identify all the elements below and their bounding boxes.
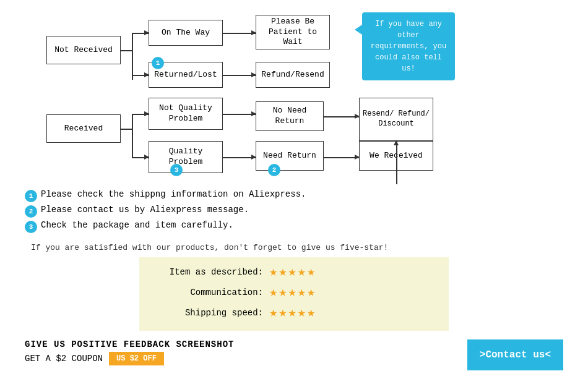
quality-box: Quality Problem — [149, 141, 223, 173]
notes-section: 1 Please check the shippng information o… — [12, 186, 576, 239]
stars-2: ★ ★ ★ ★ ★ — [269, 284, 315, 301]
callout-box: If you have any other requirements, you … — [362, 12, 455, 80]
rating-label-2: Communication: — [152, 288, 263, 297]
resend-refund-box: Resend/ Refund/ Discount — [359, 98, 433, 141]
left-bottom: GIVE US POSITIVE FEEDBACK SCREENSHOT GET… — [25, 339, 234, 365]
no-need-return-box: No Need Return — [256, 101, 324, 131]
stars-3: ★ ★ ★ ★ ★ — [269, 304, 315, 321]
coupon-row: GET A $2 COUPON US $2 OFF — [25, 352, 234, 365]
note-text-3: Check the package and item carefully. — [41, 220, 233, 230]
badge-2: 2 — [268, 164, 280, 176]
on-the-way-box: On The Way — [149, 20, 223, 46]
note-item-1: 1 Please check the shippng information o… — [25, 189, 563, 202]
bottom-section: GIVE US POSITIVE FEEDBACK SCREENSHOT GET… — [12, 335, 576, 371]
rating-section: If you are satisfied with our products, … — [12, 239, 576, 335]
note-text-1: Please check the shippng information on … — [41, 189, 306, 199]
please-wait-box: Please Be Patient to Wait — [256, 15, 330, 49]
received-box: Received — [46, 114, 121, 143]
rating-row-1: Item as described: ★ ★ ★ ★ ★ — [152, 263, 436, 280]
note-item-2: 2 Please contact us by Aliexpress messag… — [25, 205, 563, 218]
need-return-box: Need Return — [256, 141, 324, 171]
coupon-badge: US $2 OFF — [109, 352, 164, 365]
note-badge-2: 2 — [25, 205, 37, 218]
badge-3: 3 — [170, 164, 183, 176]
feedback-text: GIVE US POSITIVE FEEDBACK SCREENSHOT — [25, 339, 234, 349]
note-badge-1: 1 — [25, 190, 37, 202]
not-received-box: Not Received — [46, 36, 121, 64]
contact-button[interactable]: >Contact us< — [467, 339, 563, 370]
rating-row-3: Shipping speed: ★ ★ ★ ★ ★ — [152, 304, 436, 321]
coupon-label: GET A $2 COUPON — [25, 354, 103, 364]
rating-label-3: Shipping speed: — [152, 308, 263, 318]
rating-row-2: Communication: ★ ★ ★ ★ ★ — [152, 284, 436, 301]
note-item-3: 3 Check the package and item carefully. — [25, 220, 563, 233]
flowchart: Not Received On The Way Returned/Lost Pl… — [15, 6, 573, 186]
promo-text: If you are satisfied with our products, … — [31, 243, 557, 252]
refund-resend-box: Refund/Resend — [256, 62, 330, 88]
main-container: Not Received On The Way Returned/Lost Pl… — [0, 0, 588, 371]
rating-label-1: Item as described: — [152, 267, 263, 277]
stars-1: ★ ★ ★ ★ ★ — [269, 263, 315, 280]
note-text-2: Please contact us by Aliexpress message. — [41, 205, 249, 215]
note-badge-3: 3 — [25, 221, 37, 233]
rating-table: Item as described: ★ ★ ★ ★ ★ Communicati… — [139, 257, 449, 331]
badge-1: 1 — [152, 57, 164, 69]
not-quality-box: Not Quality Problem — [149, 98, 223, 130]
